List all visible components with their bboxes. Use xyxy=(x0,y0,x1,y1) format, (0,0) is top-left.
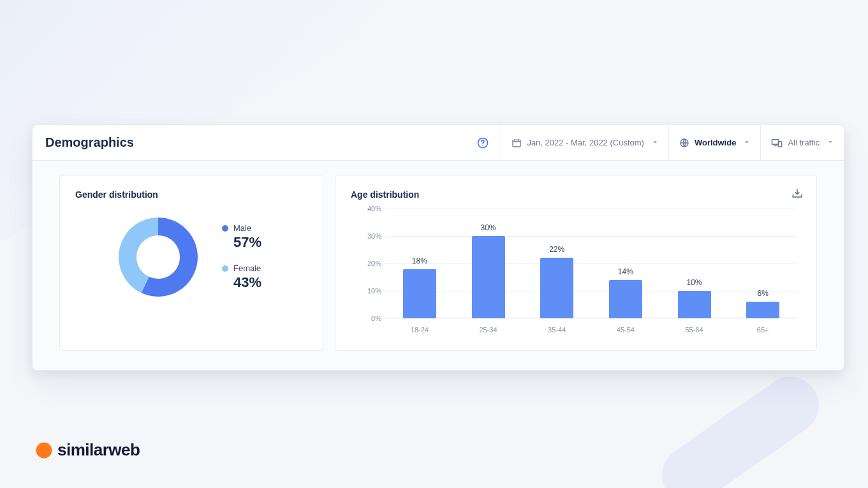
legend-row-female: Female43% xyxy=(222,263,261,291)
bar-value-label: 30% xyxy=(472,223,505,232)
card-title: Age distribution xyxy=(351,189,801,200)
bar-value-label: 6% xyxy=(746,289,779,298)
bar-value-label: 18% xyxy=(403,256,436,265)
svg-point-6 xyxy=(36,442,52,458)
region-label: Worldwide xyxy=(695,138,736,147)
bar-column: 18% xyxy=(385,209,454,318)
legend-value: 43% xyxy=(222,274,261,291)
bar: 6% xyxy=(746,302,779,318)
traffic-label: All traffic xyxy=(788,138,820,147)
age-distribution-card: Age distribution 0%10%20%30%40% 18%30%22… xyxy=(335,175,817,351)
date-range-selector[interactable]: Jan, 2022 - Mar, 2022 (Custom) xyxy=(501,125,668,160)
similarweb-logo-icon xyxy=(36,442,52,459)
svg-rect-2 xyxy=(513,140,520,147)
legend-row-male: Male57% xyxy=(222,223,261,251)
download-icon xyxy=(791,187,804,200)
bar-value-label: 22% xyxy=(540,245,573,254)
y-axis-tick: 30% xyxy=(357,232,381,240)
bar-column: 14% xyxy=(591,209,660,318)
bar-column: 22% xyxy=(522,209,591,318)
chevron-down-icon xyxy=(744,138,750,147)
y-axis-tick: 40% xyxy=(357,205,381,212)
y-axis-tick: 0% xyxy=(357,314,381,322)
brand-name: similarweb xyxy=(57,440,140,460)
legend-dot-icon xyxy=(222,225,228,232)
bar: 30% xyxy=(472,236,505,318)
globe-icon xyxy=(679,138,689,148)
svg-point-1 xyxy=(483,145,484,146)
bar: 22% xyxy=(540,258,573,318)
y-axis-tick: 10% xyxy=(357,287,381,295)
chevron-down-icon xyxy=(652,138,658,147)
download-button[interactable] xyxy=(791,187,804,200)
gender-legend: Male57%Female43% xyxy=(222,223,261,291)
chevron-down-icon xyxy=(827,138,834,147)
bar: 10% xyxy=(678,291,711,318)
x-axis-tick: 55-64 xyxy=(660,321,729,336)
legend-label: Male xyxy=(222,223,261,233)
bar: 14% xyxy=(609,280,642,318)
legend-text: Male xyxy=(233,223,251,233)
legend-label: Female xyxy=(222,263,261,273)
x-axis-tick: 45-54 xyxy=(591,321,660,336)
legend-dot-icon xyxy=(222,265,228,272)
panel-body: Gender distribution Male57%Female43% Age… xyxy=(33,161,844,370)
background-accent-pill xyxy=(651,366,830,488)
bar-value-label: 10% xyxy=(678,278,711,287)
gender-donut-chart xyxy=(114,212,203,302)
bar-column: 10% xyxy=(660,209,729,318)
devices-icon xyxy=(771,138,783,148)
bar-value-label: 14% xyxy=(609,267,642,276)
date-range-label: Jan, 2022 - Mar, 2022 (Custom) xyxy=(527,138,644,147)
brand-logo: similarweb xyxy=(36,440,140,460)
bar-column: 6% xyxy=(728,209,797,318)
x-axis-tick: 35-44 xyxy=(522,321,591,336)
bar: 18% xyxy=(403,269,436,318)
region-selector[interactable]: Worldwide xyxy=(668,125,760,160)
bar-column: 30% xyxy=(454,209,523,318)
card-title: Gender distribution xyxy=(75,189,307,200)
y-axis-tick: 20% xyxy=(357,260,381,267)
legend-value: 57% xyxy=(222,234,261,251)
help-button[interactable] xyxy=(465,125,501,160)
x-axis-tick: 25-34 xyxy=(454,321,523,336)
calendar-icon xyxy=(511,138,522,148)
legend-text: Female xyxy=(233,263,261,273)
x-axis-tick: 65+ xyxy=(728,321,797,336)
demographics-panel: Demographics Jan, 2022 - Mar, 2022 (Cust… xyxy=(32,124,844,371)
svg-rect-4 xyxy=(772,139,779,144)
help-icon xyxy=(476,137,489,149)
gender-distribution-card: Gender distribution Male57%Female43% xyxy=(59,175,323,351)
page-title: Demographics xyxy=(33,125,465,160)
age-bar-chart: 0%10%20%30%40% 18%30%22%14%10%6% 18-2425… xyxy=(357,209,797,336)
traffic-selector[interactable]: All traffic xyxy=(760,125,844,160)
x-axis-tick: 18-24 xyxy=(385,321,454,336)
panel-header: Demographics Jan, 2022 - Mar, 2022 (Cust… xyxy=(33,125,844,161)
